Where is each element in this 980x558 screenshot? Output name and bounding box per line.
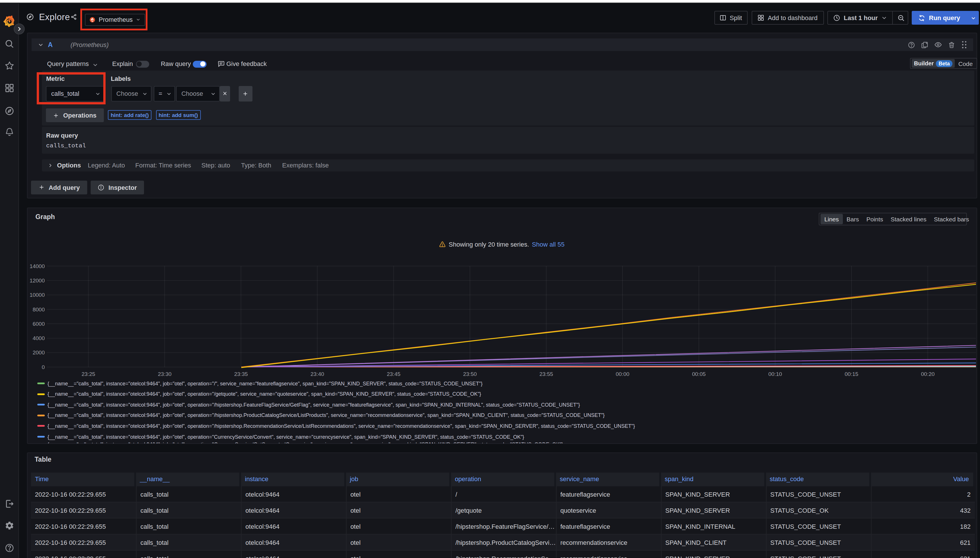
svg-text:2000: 2000 [33,350,45,356]
svg-text:23:30: 23:30 [158,371,171,377]
svg-text:23:45: 23:45 [387,371,401,377]
svg-text:12000: 12000 [30,277,45,284]
svg-text:23:25: 23:25 [82,371,95,377]
svg-text:00:10: 00:10 [768,371,782,377]
svg-text:00:20: 00:20 [921,371,935,377]
svg-text:23:40: 23:40 [311,371,324,377]
svg-text:10000: 10000 [30,292,45,298]
svg-text:00:05: 00:05 [692,371,706,377]
svg-text:14000: 14000 [30,263,45,269]
svg-text:0: 0 [41,364,45,370]
svg-text:00:15: 00:15 [845,371,858,377]
svg-text:6000: 6000 [33,320,45,327]
svg-text:23:55: 23:55 [539,371,553,377]
svg-text:00:00: 00:00 [616,371,630,377]
svg-text:8000: 8000 [33,306,45,312]
svg-text:23:50: 23:50 [463,371,477,377]
svg-text:23:35: 23:35 [234,371,248,377]
svg-text:4000: 4000 [33,335,45,341]
